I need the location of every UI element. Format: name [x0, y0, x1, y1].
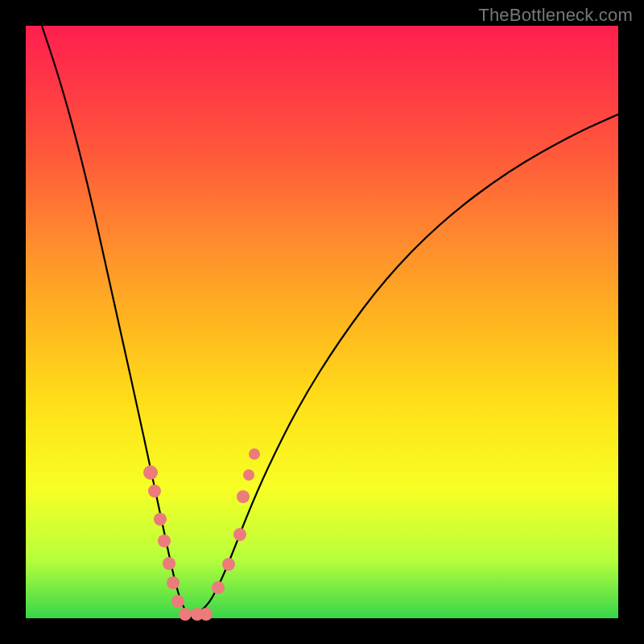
data-dot: [233, 528, 246, 541]
data-dot: [243, 469, 254, 481]
data-dot: [237, 490, 250, 503]
data-dot: [154, 513, 167, 526]
data-dot: [200, 608, 213, 621]
chart-stage: TheBottleneck.com: [0, 0, 644, 644]
curve-svg: [26, 26, 618, 618]
data-dot: [179, 608, 192, 621]
data-dot: [222, 558, 235, 571]
data-dot: [171, 595, 184, 608]
dot-group: [143, 448, 260, 621]
data-dot: [212, 581, 225, 594]
data-dot: [249, 448, 260, 460]
watermark-text: TheBottleneck.com: [478, 5, 633, 26]
data-dot: [158, 535, 171, 547]
data-dot: [143, 465, 158, 480]
gradient-panel: [26, 26, 618, 618]
curve-left: [42, 26, 191, 617]
curve-right: [191, 114, 618, 617]
data-dot: [148, 485, 161, 497]
data-dot: [163, 557, 175, 570]
data-dot: [167, 576, 180, 589]
